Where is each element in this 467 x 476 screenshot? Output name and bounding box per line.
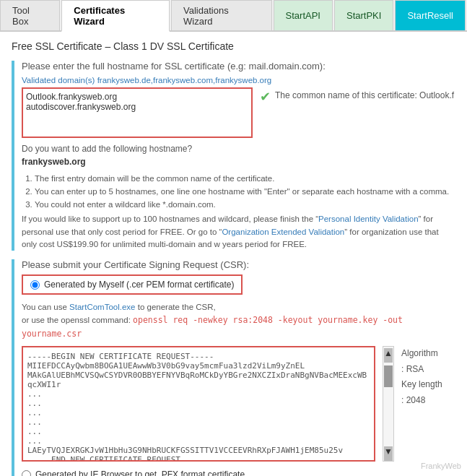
hostname-section-label: Please enter the full hostname for SSL c… — [22, 61, 455, 72]
info-list: The first entry domain will be the commo… — [22, 173, 455, 210]
radio-generated-label[interactable]: Generated by Myself (.cer PEM format cer… — [22, 274, 243, 295]
csr-textarea[interactable] — [22, 346, 375, 462]
info-item-2: You can enter up to 5 hostnames, one lin… — [35, 186, 455, 197]
personal-validation-link[interactable]: Personal Identity Validation — [318, 215, 419, 223]
csr-textarea-container — [22, 346, 375, 464]
openssl-instructions: You can use StartComTool.exe to generate… — [22, 300, 455, 340]
key-length-label: Key length : 2048 — [401, 377, 455, 408]
radio-generated-text: Generated by Myself (.cer PEM format cer… — [44, 280, 234, 290]
csr-textarea-row: ▲ ▼ Algorithm : RSA Key length : 2048 — [22, 346, 455, 464]
info-item-3: You could not enter a wildcard like *.do… — [35, 199, 455, 210]
common-name-text: The common name of this certificate: Out… — [275, 90, 454, 100]
radio-generated-input[interactable] — [30, 280, 40, 290]
tab-toolbox[interactable]: Tool Box — [0, 0, 60, 30]
domain-info: ✔ The common name of this certificate: O… — [260, 87, 455, 103]
tab-startapi[interactable]: StartAPI — [274, 0, 333, 30]
main-content: Free SSL Certificate – Class 1 DV SSL Ce… — [0, 32, 467, 476]
validated-domains-label: Validated domain(s) frankysweb.de,franky… — [22, 76, 455, 85]
radio-ie-option[interactable]: Generated by IE Browser to get .PFX form… — [22, 469, 455, 476]
scroll-up-arrow: ▲ — [384, 348, 393, 363]
radio-ie-text: Generated by IE Browser to get .PFX form… — [35, 469, 245, 476]
info-item-1: The first entry domain will be the commo… — [35, 173, 455, 184]
csr-meta: Algorithm : RSA Key length : 2048 — [401, 346, 455, 464]
tab-startpki[interactable]: StartPKI — [334, 0, 393, 30]
radio-generated-option[interactable]: Generated by Myself (.cer PEM format cer… — [22, 274, 455, 300]
add-hostname-section: Do you want to add the following hostnam… — [22, 144, 455, 167]
scroll-down-arrow: ▼ — [384, 446, 393, 461]
hostname-section: Please enter the full hostname for SSL c… — [12, 61, 455, 251]
domain-textarea[interactable] — [22, 87, 253, 138]
page-title: Free SSL Certificate – Class 1 DV SSL Ce… — [12, 40, 455, 52]
tab-validationswizard[interactable]: Validations Wizard — [171, 0, 272, 30]
csr-scrollbar: ▲ ▼ — [383, 346, 394, 464]
org-validation-link[interactable]: Organization Extended Validation — [222, 228, 344, 236]
startcomtool-link[interactable]: StartComTool.exe — [69, 303, 135, 311]
tab-startresell[interactable]: StartResell — [395, 0, 466, 30]
hostname-value: frankysweb.org — [22, 157, 455, 167]
scroll-thumb[interactable] — [384, 365, 393, 387]
add-hostname-label: Do you want to add the following hostnam… — [22, 144, 455, 154]
csr-section-label: Please submit your Certificate Signing R… — [22, 259, 455, 270]
radio-ie-input[interactable] — [22, 470, 31, 476]
tab-certswizard[interactable]: Certificates Wizard — [61, 0, 170, 32]
tab-bar: Tool Box Certificates Wizard Validations… — [0, 0, 467, 32]
csr-section: Please submit your Certificate Signing R… — [12, 259, 455, 476]
info-extra: If you would like to support up to 100 h… — [22, 213, 455, 251]
check-icon: ✔ — [260, 90, 271, 103]
validated-domains-row: ✔ The common name of this certificate: O… — [22, 87, 455, 138]
algorithm-label: Algorithm : RSA — [401, 346, 455, 377]
watermark: FrankyWeb — [421, 462, 461, 470]
scrollbar-track[interactable]: ▲ ▼ — [383, 346, 394, 462]
